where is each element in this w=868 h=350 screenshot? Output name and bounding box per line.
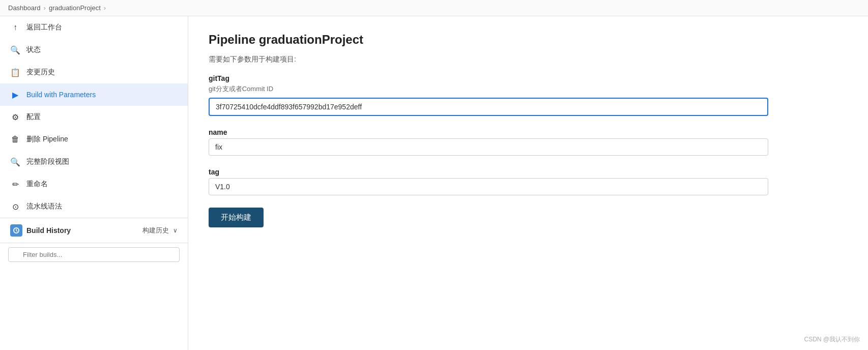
- field-label-gitTag: gitTag: [209, 74, 848, 82]
- sidebar-icon-full-stages: 🔍: [10, 157, 20, 167]
- sidebar-label-pipeline-syntax: 流水线语法: [26, 202, 62, 211]
- sidebar-item-full-stages[interactable]: 🔍 完整阶段视图: [0, 151, 188, 173]
- sidebar-icon-rename: ✏: [10, 179, 20, 189]
- sidebar-label-build-with-params: Build with Parameters: [26, 91, 96, 99]
- build-history-icon: [10, 224, 22, 237]
- breadcrumb-project[interactable]: graduationProject: [49, 4, 101, 12]
- field-input-name[interactable]: [209, 138, 768, 156]
- breadcrumb: Dashboard › graduationProject ›: [0, 0, 868, 16]
- main-content: Pipeline graduationProject 需要如下参数用于构建项目:…: [188, 16, 868, 350]
- field-label-name: name: [209, 128, 848, 136]
- submit-button[interactable]: 开始构建: [209, 208, 264, 227]
- sidebar-label-delete: 删除 Pipeline: [26, 135, 68, 144]
- build-history-section: Build History 构建历史 ∨ 🔍: [0, 218, 188, 266]
- sidebar-item-status[interactable]: 🔍 状态: [0, 39, 188, 61]
- watermark: CSDN @我认不到你: [804, 335, 860, 344]
- sidebar-item-build-with-params[interactable]: ▶ Build with Parameters: [0, 83, 188, 106]
- build-history-label: Build History: [26, 226, 138, 235]
- field-group-tag: tag: [209, 168, 848, 195]
- page-title: Pipeline graduationProject: [209, 33, 848, 47]
- sidebar-icon-config: ⚙: [10, 112, 20, 122]
- field-input-gitTag[interactable]: [209, 98, 768, 116]
- sidebar-item-back[interactable]: ↑ 返回工作台: [0, 16, 188, 39]
- sidebar-label-rename: 重命名: [26, 180, 48, 189]
- sidebar-label-status: 状态: [26, 45, 41, 54]
- field-desc-gitTag: git分支或者Commit ID: [209, 84, 848, 94]
- chevron-down-icon: ∨: [173, 227, 178, 234]
- field-group-gitTag: gitTaggit分支或者Commit ID: [209, 74, 848, 116]
- sidebar-icon-delete: 🗑: [10, 134, 20, 144]
- page-subtitle: 需要如下参数用于构建项目:: [209, 55, 848, 64]
- sidebar-item-rename[interactable]: ✏ 重命名: [0, 173, 188, 195]
- sidebar-item-delete[interactable]: 🗑 删除 Pipeline: [0, 128, 188, 151]
- sidebar: ↑ 返回工作台 🔍 状态 📋 变更历史 ▶ Build with Paramet…: [0, 16, 188, 350]
- sidebar-label-back: 返回工作台: [26, 23, 62, 32]
- sidebar-label-full-stages: 完整阶段视图: [26, 157, 69, 166]
- sidebar-icon-status: 🔍: [10, 45, 20, 55]
- sidebar-icon-pipeline-syntax: ⊙: [10, 201, 20, 212]
- filter-builds-input[interactable]: [8, 247, 180, 262]
- field-group-name: name: [209, 128, 848, 156]
- sidebar-label-config: 配置: [26, 112, 41, 122]
- field-label-tag: tag: [209, 168, 848, 176]
- filter-builds-wrap: 🔍: [0, 243, 188, 266]
- sidebar-icon-back: ↑: [10, 22, 20, 33]
- breadcrumb-sep-2: ›: [104, 4, 106, 12]
- build-history-zh: 构建历史: [142, 226, 169, 235]
- breadcrumb-dashboard[interactable]: Dashboard: [8, 4, 41, 12]
- field-input-tag[interactable]: [209, 178, 768, 195]
- sidebar-item-pipeline-syntax[interactable]: ⊙ 流水线语法: [0, 195, 188, 218]
- build-history-header[interactable]: Build History 构建历史 ∨: [0, 218, 188, 243]
- sidebar-item-config[interactable]: ⚙ 配置: [0, 106, 188, 128]
- sidebar-label-changes: 变更历史: [26, 68, 55, 77]
- breadcrumb-sep-1: ›: [44, 4, 46, 12]
- sidebar-icon-changes: 📋: [10, 67, 20, 77]
- sidebar-icon-build-with-params: ▶: [10, 90, 20, 100]
- sidebar-item-changes[interactable]: 📋 变更历史: [0, 61, 188, 83]
